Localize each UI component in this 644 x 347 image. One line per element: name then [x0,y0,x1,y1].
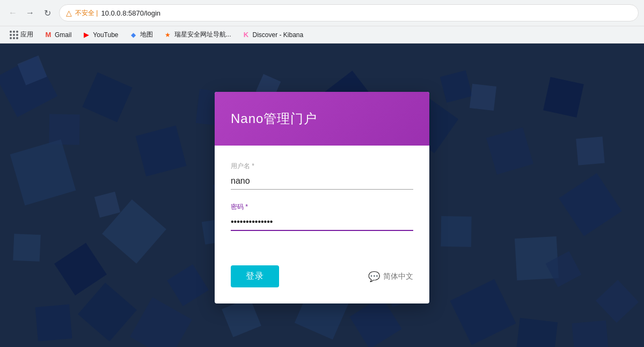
username-group: 用户名 * [231,162,413,190]
language-label: 简体中文 [383,272,413,281]
not-secure-label: 不安全 | [75,9,98,18]
bookmark-apps[interactable]: 应用 [5,28,38,41]
page-content: Nano管理门户 用户名 * 密码 * 登录 💬 简体中文 [0,44,644,347]
gmail-icon: M [44,31,53,39]
chat-icon: 💬 [368,271,380,283]
browser-toolbar: ← → ↻ △ 不安全 | 10.0.0.8:5870/login [0,0,644,26]
password-input[interactable] [231,214,413,231]
bookmarks-bar: 应用 M Gmail ▶ YouTube ◆ 地图 ★ 瑞星安全网址导航... … [0,26,644,43]
password-group: 密码 * [231,203,413,231]
apps-label: 应用 [20,30,33,39]
maps-label: 地图 [140,30,153,39]
address-bar[interactable]: △ 不安全 | 10.0.0.8:5870/login [59,4,639,21]
forward-button[interactable]: → [23,5,38,20]
kibana-icon: K [242,31,251,39]
back-button[interactable]: ← [5,5,20,20]
ruixing-label: 瑞星安全网址导航... [174,30,231,39]
login-button[interactable]: 登录 [231,265,279,287]
warning-icon: △ [66,9,72,17]
reload-button[interactable]: ↻ [40,5,55,20]
browser-chrome: ← → ↻ △ 不安全 | 10.0.0.8:5870/login 应用 M G… [0,0,644,44]
url-text: 10.0.0.8:5870/login [101,9,160,17]
card-body: 用户名 * 密码 * [215,146,429,260]
bookmark-kibana[interactable]: K Discover - Kibana [238,29,308,41]
password-label: 密码 * [231,203,413,212]
username-label: 用户名 * [231,162,413,171]
card-title: Nano管理门户 [231,110,317,127]
card-header: Nano管理门户 [215,92,429,146]
kibana-label: Discover - Kibana [253,31,304,39]
youtube-label: YouTube [93,31,118,39]
bookmark-gmail[interactable]: M Gmail [40,29,76,41]
ruixing-icon: ★ [164,31,172,39]
login-card: Nano管理门户 用户名 * 密码 * 登录 💬 简体中文 [215,92,429,303]
language-switch[interactable]: 💬 简体中文 [368,271,413,283]
bookmark-maps[interactable]: ◆ 地图 [125,28,157,41]
bookmark-ruixing[interactable]: ★ 瑞星安全网址导航... [159,28,236,41]
maps-icon: ◆ [129,31,138,39]
username-input[interactable] [231,173,413,190]
nav-buttons: ← → ↻ [5,5,55,20]
bookmark-youtube[interactable]: ▶ YouTube [78,29,122,41]
apps-icon [10,31,18,39]
card-footer: 登录 💬 简体中文 [215,260,429,303]
youtube-icon: ▶ [82,31,91,39]
gmail-label: Gmail [55,31,71,39]
